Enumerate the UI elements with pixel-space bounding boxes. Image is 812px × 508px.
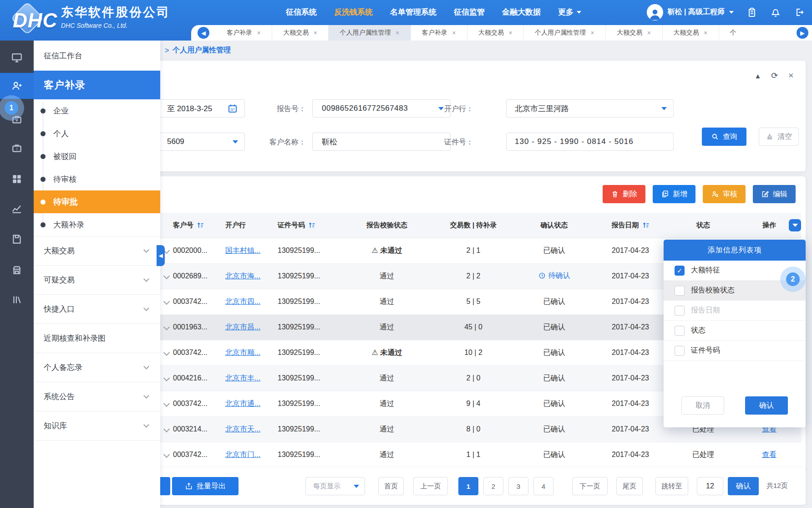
customer-search-icon[interactable]: [11, 80, 23, 92]
tab-personal-user-attr-active[interactable]: 个人用户属性管理✕: [329, 25, 411, 41]
row-expand-icon[interactable]: [163, 400, 170, 407]
bell-icon[interactable]: [770, 7, 781, 18]
page-1-button[interactable]: 1: [458, 477, 478, 495]
menu-section-large-transaction[interactable]: 大额交易: [34, 236, 160, 266]
panel-confirm-button[interactable]: 确认: [745, 396, 788, 415]
bank-link[interactable]: 北京市顺...: [225, 349, 260, 356]
close-icon[interactable]: ✕: [395, 30, 399, 36]
menu-section-recent-chart[interactable]: 近期核查和补录图: [34, 324, 160, 353]
clear-button[interactable]: 清空: [759, 128, 799, 146]
close-icon[interactable]: ✕: [590, 30, 594, 36]
bank-link[interactable]: 北京市丰...: [225, 374, 260, 382]
page-2-button[interactable]: 2: [483, 477, 503, 495]
menu-section-quick-entry[interactable]: 快捷入口: [34, 295, 160, 324]
audit-button[interactable]: 审核: [703, 185, 746, 203]
nav-credit-supervision[interactable]: 征信监管: [454, 7, 485, 17]
panel-item-check-status[interactable]: 报告校验状态: [664, 281, 806, 301]
logout-icon[interactable]: [794, 7, 805, 18]
page-3-button[interactable]: 3: [508, 477, 528, 495]
menu-section-system-notice[interactable]: 系统公告: [34, 382, 160, 411]
row-expand-icon[interactable]: [163, 375, 170, 381]
menu-section-personal-memo[interactable]: 个人备忘录: [34, 353, 160, 382]
submenu-personal[interactable]: 个人: [34, 122, 160, 145]
clipboard-icon[interactable]: [746, 7, 757, 18]
library-books-icon[interactable]: [11, 294, 23, 306]
tab-partial[interactable]: 个: [719, 25, 747, 41]
row-expand-icon[interactable]: [163, 349, 170, 356]
panel-item-status[interactable]: 状态: [664, 321, 806, 341]
page-size-select[interactable]: 每页显示: [305, 477, 365, 495]
save-icon[interactable]: [11, 233, 23, 245]
truncated-select[interactable]: 5609: [150, 133, 245, 151]
menu-section-knowledge-base[interactable]: 知识库: [34, 411, 160, 441]
menu-item-workbench[interactable]: 征信工作台: [34, 41, 160, 71]
panel-cancel-button[interactable]: 取消: [681, 396, 724, 415]
close-icon[interactable]: ✕: [508, 30, 513, 36]
tab-personal-user-attr-2[interactable]: 个人用户属性管理✕: [524, 25, 606, 41]
tab-scroll-right-icon[interactable]: ▶: [797, 27, 808, 39]
query-button[interactable]: 查询: [702, 128, 746, 146]
bank-link[interactable]: 北京市海...: [225, 272, 260, 280]
checkbox-icon[interactable]: [675, 326, 685, 336]
submenu-pending-approval-active[interactable]: 待审批: [34, 190, 160, 213]
shop-icon[interactable]: [11, 264, 23, 276]
bank-link[interactable]: 北京市天...: [225, 425, 260, 433]
row-expand-icon[interactable]: [163, 452, 170, 458]
sidebar-collapse-handle[interactable]: ◀: [157, 245, 165, 266]
first-page-button[interactable]: 首页: [378, 477, 404, 495]
calendar-icon[interactable]: [227, 103, 238, 114]
jump-confirm-button[interactable]: 确认: [728, 477, 759, 495]
close-icon[interactable]: ✕: [647, 30, 651, 36]
add-button[interactable]: 新增: [653, 185, 695, 203]
sort-icon[interactable]: [309, 222, 315, 229]
tab-customer-supplement-2[interactable]: 客户补录✕: [411, 25, 467, 41]
close-icon[interactable]: ✕: [257, 30, 261, 36]
line-chart-icon[interactable]: [11, 202, 23, 214]
row-expand-icon[interactable]: [163, 298, 170, 305]
tab-large-transaction-3[interactable]: 大额交易✕: [606, 25, 662, 41]
bank-link[interactable]: 北京市昌...: [225, 323, 260, 331]
close-icon[interactable]: ✕: [452, 30, 456, 36]
nav-more[interactable]: 更多: [558, 7, 581, 17]
row-expand-icon[interactable]: [163, 324, 170, 330]
checkbox-icon[interactable]: [675, 286, 685, 296]
edit-button[interactable]: 编辑: [753, 185, 796, 203]
view-link[interactable]: 查看: [762, 451, 776, 458]
close-icon[interactable]: ✕: [704, 30, 708, 36]
panel-item-cert-no[interactable]: 证件号码: [664, 341, 806, 361]
row-expand-icon[interactable]: [163, 273, 170, 279]
refresh-icon[interactable]: ⟳: [771, 71, 778, 81]
money-case-icon[interactable]: ¥: [11, 113, 23, 125]
checkbox-checked-icon[interactable]: ✓: [675, 266, 685, 276]
prev-page-button[interactable]: 上一页: [413, 477, 448, 495]
workbench-monitor-icon[interactable]: [11, 52, 23, 64]
bank-link[interactable]: 国丰村镇...: [225, 246, 260, 254]
tab-large-transaction-1[interactable]: 大额交易✕: [272, 25, 329, 41]
bank-select[interactable]: 北京市三里河路: [506, 99, 674, 118]
bank-link[interactable]: 北京市四...: [225, 298, 260, 305]
bank-link[interactable]: 北京市通...: [225, 400, 260, 407]
jump-page-input[interactable]: [697, 477, 723, 495]
nav-finance-bigdata[interactable]: 金融大数据: [502, 7, 541, 17]
delete-button[interactable]: 删除: [603, 185, 645, 203]
date-to-field[interactable]: 至 2018-3-25: [150, 99, 245, 118]
checkbox-icon[interactable]: [675, 346, 685, 356]
panel-item-report-date[interactable]: 报告日期: [664, 301, 806, 321]
submenu-enterprise[interactable]: 企业: [34, 99, 160, 122]
tab-large-transaction-4[interactable]: 大额交易✕: [663, 25, 719, 41]
page-4-button[interactable]: 4: [533, 477, 553, 495]
batch-export-button[interactable]: 批量导出: [172, 477, 239, 495]
submenu-pending-review[interactable]: 待审核: [34, 168, 160, 190]
alert-case-icon[interactable]: !: [11, 142, 23, 154]
menu-section-suspicious-transaction[interactable]: 可疑交易: [34, 266, 160, 295]
sort-icon[interactable]: [643, 222, 650, 229]
tab-scroll-left-icon[interactable]: ◀: [198, 27, 209, 39]
submenu-large-supplement[interactable]: 大额补录: [34, 213, 160, 236]
nav-credit-system[interactable]: 征信系统: [286, 7, 317, 17]
panel-item-large-feature[interactable]: ✓ 大额特征: [664, 261, 806, 281]
tab-customer-supplement-1[interactable]: 客户补录✕: [216, 25, 272, 41]
row-expand-icon[interactable]: [163, 426, 170, 432]
submenu-rejected[interactable]: 被驳回: [34, 145, 160, 168]
nav-list-mgmt[interactable]: 名单管理系统: [390, 7, 436, 17]
next-page-button[interactable]: 下一页: [572, 477, 608, 495]
